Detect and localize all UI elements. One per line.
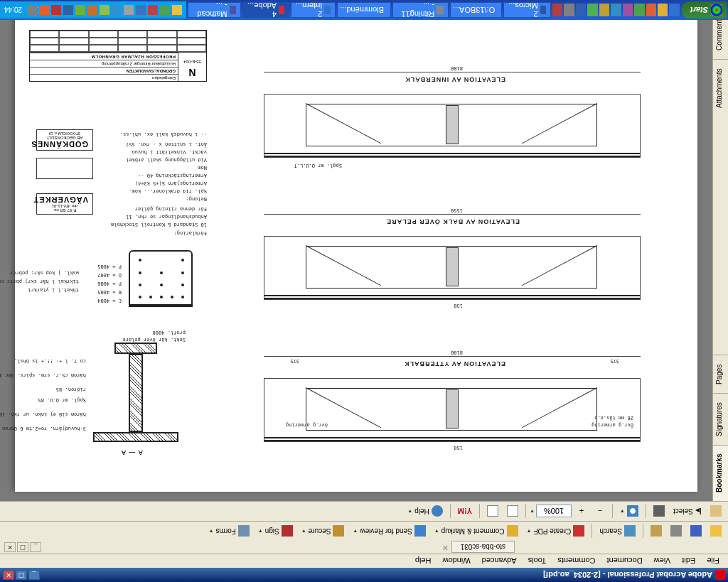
quicklaunch-ie[interactable]	[669, 4, 679, 16]
document-tabs: sto-bba-sc031 ✕ _ ☐ ✕	[0, 541, 728, 554]
quicklaunch-word[interactable]	[576, 4, 586, 16]
tab-signatures[interactable]: Signatures	[713, 393, 728, 445]
tray-icon-7[interactable]	[100, 5, 109, 15]
pdf-page: ELEVATION AV YTTERBALK 8100 375 375 150 …	[15, 16, 697, 492]
zoom-out-button[interactable]: −	[592, 504, 609, 519]
quicklaunch-10[interactable]	[564, 4, 574, 16]
quicklaunch-4[interactable]	[634, 4, 644, 16]
fit-page-button[interactable]	[503, 504, 522, 519]
toolbar-main: Search Create PDF▼ Comment & Markup▼ Sen…	[0, 521, 728, 541]
menu-comments[interactable]: Comments	[552, 556, 601, 567]
ym-button[interactable]: Y!M	[454, 504, 476, 519]
tray-icon-6[interactable]	[112, 5, 122, 15]
quicklaunch-excel[interactable]	[587, 4, 597, 16]
hand-tool[interactable]	[707, 504, 725, 519]
tray-icon-13[interactable]	[27, 5, 37, 15]
taskbar-item-adobe[interactable]: 4 Adobe...	[242, 2, 289, 18]
elevation-2	[264, 237, 641, 301]
document-viewport[interactable]: ELEVATION AV YTTERBALK 8100 375 375 150 …	[0, 7, 712, 501]
menu-file[interactable]: File	[701, 556, 725, 567]
elevation-3	[264, 95, 641, 158]
tab-pages[interactable]: Pages	[713, 355, 728, 392]
quicklaunch-11[interactable]	[552, 4, 562, 16]
search-button[interactable]: Search	[596, 524, 639, 539]
zoom-input[interactable]	[536, 505, 572, 518]
zoom-in-button[interactable]: +	[573, 504, 590, 519]
select-tool[interactable]: I▸Select	[670, 504, 705, 519]
side-panel-tabs: Bookmarks Signatures Pages Attachments C…	[712, 7, 728, 501]
drawing-titleblock: N 55-E-014 Esingeleden GRÖNDALSVIADUKTEN…	[29, 31, 207, 82]
start-button[interactable]: Start	[682, 1, 727, 18]
quicklaunch-6[interactable]	[611, 4, 621, 16]
print-button[interactable]	[667, 524, 685, 539]
tray-icon-nvidia[interactable]	[75, 5, 85, 15]
minimize-button[interactable]: _	[28, 570, 40, 580]
quicklaunch-5[interactable]	[623, 4, 633, 16]
window-title: Adobe Acrobat Professional - [2-2034_ao.…	[40, 571, 712, 579]
fit-width-button[interactable]	[483, 504, 502, 519]
open-button[interactable]	[707, 524, 725, 539]
elev1-title: ELEVATION AV YTTERBALK	[404, 361, 505, 368]
sign-button[interactable]: Sign▼	[255, 524, 296, 539]
tray-icon-8[interactable]	[87, 5, 97, 15]
mdi-minimize[interactable]: _	[30, 542, 41, 552]
menu-bar: File Edit View Document Comments Tools A…	[0, 554, 728, 568]
taskbar-item-intern[interactable]: 2 Intern...	[291, 2, 336, 18]
stamp-vagverket: P. 57 SR no. dnr. BV-11-01 VÄGVERKET	[36, 194, 93, 215]
doc-close-icon[interactable]: ✕	[439, 542, 449, 552]
taskbar-item-13boa[interactable]: O:\13BOA...	[450, 2, 503, 18]
menu-advanced[interactable]: Advanced	[476, 556, 523, 567]
tray-icon-11[interactable]	[51, 5, 61, 15]
taskbar-item-mathcad[interactable]: Mathcad - ...	[188, 2, 241, 18]
quicklaunch-desktop[interactable]	[646, 4, 656, 16]
tray-icon-4[interactable]	[136, 5, 146, 15]
mdi-close[interactable]: ✕	[4, 542, 16, 552]
tray-icon-10[interactable]	[63, 5, 73, 15]
taskbar-item-micros[interactable]: 2 Micros...	[503, 2, 551, 18]
tray-icon-1[interactable]	[172, 5, 182, 15]
menu-view[interactable]: View	[648, 556, 677, 567]
taskbar-item-ritning[interactable]: Ritning11 - ...	[392, 2, 449, 18]
secure-button[interactable]: Secure▼	[298, 524, 348, 539]
tray-icon-volume[interactable]	[124, 5, 134, 15]
system-tray: 20:44	[0, 1, 187, 18]
section-aa	[93, 343, 178, 443]
zoom-in-icon[interactable]: ▼	[616, 504, 642, 519]
notes-block: Förklaring: 10 Standard & Kontroll Stock…	[86, 130, 207, 237]
windows-taskbar: Start 2 Micros... O:\13BOA... Ritning11 …	[0, 0, 728, 20]
save-button[interactable]	[687, 524, 705, 539]
zoom-dropdown[interactable]: ▼	[530, 509, 535, 514]
menu-edit[interactable]: Edit	[676, 556, 701, 567]
snapshot-tool[interactable]	[650, 504, 668, 519]
quicklaunch-outlook[interactable]	[658, 4, 668, 16]
close-button[interactable]: ✕	[3, 570, 14, 580]
document-tab[interactable]: sto-bba-sc031	[451, 541, 515, 554]
taskbar-item-blommend[interactable]: Blomménd...	[337, 2, 391, 18]
forms-button[interactable]: Forms▼	[205, 524, 253, 539]
tab-bookmarks[interactable]: Bookmarks	[713, 445, 728, 501]
stamp-godkannes: GODKÄNNES AB GEOKONSULT STOCKHOLM d. 19	[36, 130, 93, 151]
tray-icon-3[interactable]	[148, 5, 158, 15]
tray-icon-norton[interactable]	[39, 5, 49, 15]
section-title: A — A	[121, 450, 143, 457]
menu-document[interactable]: Document	[601, 556, 648, 567]
send-review-button[interactable]: Send for Review▼	[349, 524, 429, 539]
help-button[interactable]: Help▼	[404, 504, 446, 519]
elev3-title: ELEVATION AV INNERBALK	[405, 77, 505, 84]
tray-icon-2[interactable]	[160, 5, 170, 15]
mdi-restore[interactable]: ☐	[17, 542, 28, 552]
rebar-detail	[129, 251, 193, 308]
quicklaunch-7[interactable]	[599, 4, 609, 16]
tab-attachments[interactable]: Attachments	[713, 59, 728, 117]
maximize-button[interactable]: ☐	[16, 570, 27, 580]
elev2-title: ELEVATION AV BALK ÖVER PELARE	[386, 219, 520, 226]
clock[interactable]: 20:44	[4, 6, 22, 14]
menu-window[interactable]: Window	[437, 556, 476, 567]
email-button[interactable]	[647, 524, 665, 539]
comment-markup-button[interactable]: Comment & Markup▼	[431, 524, 522, 539]
menu-help[interactable]: Help	[410, 556, 437, 567]
elevation-1	[264, 379, 641, 443]
menu-tools[interactable]: Tools	[523, 556, 552, 567]
app-icon	[715, 570, 725, 580]
create-pdf-button[interactable]: Create PDF▼	[523, 524, 589, 539]
